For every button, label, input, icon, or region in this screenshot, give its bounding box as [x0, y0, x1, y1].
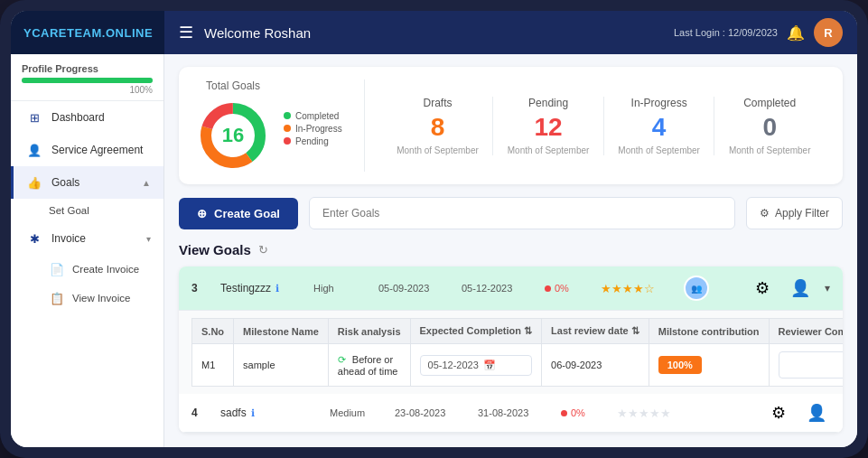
view-invoice-icon: 📋: [49, 290, 65, 306]
create-invoice-icon: 📄: [49, 261, 65, 277]
milestone-contribution: 100%: [649, 344, 769, 387]
drafts-value: 8: [392, 113, 484, 142]
legend-inprogress: In-Progress: [284, 124, 342, 134]
goal-priority: Medium: [330, 407, 384, 418]
goals-table: 3 Testingzzz ℹ High 05-09-2023 05-12-202…: [179, 266, 843, 433]
pending-label: Pending: [295, 136, 329, 146]
nav-right: Last Login : 12/09/2023 🔔 R: [674, 18, 843, 47]
goal-progress: 0%: [561, 407, 606, 418]
view-goals-header: View Goals ↻: [179, 242, 843, 257]
goal-name: sadfs ℹ: [220, 407, 319, 419]
donut-chart: 16: [197, 99, 269, 172]
completed-value: 0: [723, 113, 816, 142]
donut-legend: Completed In-Progress Pending: [284, 111, 342, 146]
milestone-row: M1 sample ⟳ Before orahead of time 05-12…: [192, 344, 844, 387]
inprogress-sub: Month of September: [613, 145, 705, 155]
stat-drafts: Drafts 8 Month of September: [383, 97, 494, 155]
apply-filter-label: Apply Filter: [775, 207, 829, 220]
milestone-last-review: 06-09-2023: [542, 344, 649, 387]
content-area: Total Goals: [164, 54, 857, 447]
col-expected: Expected Completion ⇅: [410, 319, 542, 344]
refresh-icon[interactable]: ↻: [258, 243, 268, 257]
service-agreement-icon: 👤: [26, 142, 42, 158]
goal-settings-icon[interactable]: ⚙: [765, 403, 792, 423]
sidebar-item-goals[interactable]: 👍 Goals ▲: [11, 166, 163, 199]
app-container: YCARETEAM.ONLINE ☰ Welcome Roshan Last L…: [11, 11, 857, 447]
bell-icon[interactable]: 🔔: [787, 24, 805, 42]
sidebar-item-set-goal[interactable]: Set Goal: [11, 199, 163, 222]
welcome-text: Welcome Roshan: [204, 25, 311, 41]
nav-main: ☰ Welcome Roshan Last Login : 12/09/2023…: [164, 11, 857, 54]
sidebar-item-label: Goals: [51, 176, 133, 189]
total-goals-label: Total Goals: [206, 79, 260, 92]
calendar-icon: 📅: [483, 360, 496, 371]
profile-progress-section: Profile Progress 100%: [11, 54, 163, 101]
milestone-table: S.No Milestone Name Risk analysis Expect…: [191, 318, 843, 387]
goal-end-date: 05-12-2023: [462, 283, 534, 294]
milestone-comments: ✎: [769, 344, 843, 387]
logo-text: YCARETEAM.ONLINE: [23, 26, 153, 40]
goal-user-icon[interactable]: 👤: [787, 278, 814, 298]
milestone-expected: 05-12-2023 📅: [410, 344, 542, 387]
action-row: ⊕ Create Goal ⚙ Apply Filter: [179, 197, 843, 229]
table-row: 3 Testingzzz ℹ High 05-09-2023 05-12-202…: [179, 266, 843, 311]
goal-settings-icon[interactable]: ⚙: [749, 278, 776, 298]
sidebar-item-service-agreement[interactable]: 👤 Service Agreement: [11, 134, 163, 166]
sidebar-item-create-invoice[interactable]: 📄 Create Invoice: [11, 255, 163, 284]
main-layout: Profile Progress 100% ⊞ Dashboard 👤 Serv…: [11, 54, 857, 447]
col-last-review: Last review date ⇅: [542, 319, 649, 344]
goal-end-date: 31-08-2023: [478, 407, 550, 418]
pending-sub: Month of September: [502, 145, 594, 155]
goal-stars: ★★★★☆: [601, 282, 673, 295]
avatar: R: [814, 18, 843, 47]
col-contribution: Milstone contribution: [649, 319, 769, 344]
drafts-label: Drafts: [392, 97, 484, 109]
completed-sub: Month of September: [723, 145, 816, 155]
hamburger-icon[interactable]: ☰: [179, 23, 193, 42]
progress-bar-inner: [22, 78, 153, 83]
sidebar-item-view-invoice[interactable]: 📋 View Invoice: [11, 284, 163, 313]
milestone-risk: ⟳ Before orahead of time: [328, 344, 410, 387]
inprogress-value: 4: [613, 113, 705, 142]
avatar-1: 👥: [684, 276, 709, 301]
risk-icon: ⟳: [338, 354, 346, 365]
stat-pending: Pending 12 Month of September: [493, 97, 604, 155]
sidebar-item-label: Service Agreement: [51, 144, 151, 156]
goal-start-date: 23-08-2023: [395, 407, 467, 418]
sidebar-item-invoice[interactable]: ✱ Invoice ▾: [11, 222, 163, 255]
goals-icon: 👍: [26, 174, 42, 191]
enter-goals-input[interactable]: [309, 197, 735, 229]
progress-dot: [561, 410, 567, 416]
completed-dot: [284, 112, 291, 119]
expected-date-field[interactable]: 05-12-2023 📅: [420, 355, 533, 376]
goal-number: 3: [191, 282, 210, 294]
inprogress-dot: [284, 125, 291, 132]
col-sno: S.No: [192, 319, 234, 344]
view-invoice-label: View Invoice: [72, 293, 130, 304]
expected-date-value: 05-12-2023: [428, 360, 479, 370]
last-login-label: Last Login : 12/09/2023: [674, 27, 778, 38]
goal-stars: ★★★★★: [617, 407, 689, 420]
pending-value: 12: [502, 113, 594, 142]
total-goals-section: Total Goals: [197, 79, 365, 172]
goal-priority: High: [313, 283, 368, 294]
stat-inprogress: In-Progress 4 Month of September: [604, 97, 715, 155]
dashboard-icon: ⊞: [26, 109, 42, 126]
inprogress-stat-label: In-Progress: [613, 97, 705, 109]
top-nav: YCARETEAM.ONLINE ☰ Welcome Roshan Last L…: [11, 11, 857, 54]
col-comments: Reviewer Comments: [769, 319, 843, 344]
info-icon: ℹ: [275, 283, 279, 294]
goal-user-icon[interactable]: 👤: [803, 403, 830, 423]
comment-field[interactable]: ✎: [779, 351, 843, 379]
sidebar-item-dashboard[interactable]: ⊞ Dashboard: [11, 101, 163, 134]
sidebar-item-label: Invoice: [51, 232, 137, 245]
legend-completed: Completed: [284, 111, 342, 121]
apply-filter-button[interactable]: ⚙ Apply Filter: [746, 197, 843, 229]
invoice-chevron-icon: ▾: [146, 234, 151, 244]
create-goal-button[interactable]: ⊕ Create Goal: [179, 198, 298, 229]
filter-icon: ⚙: [760, 207, 770, 220]
stats-row: Total Goals: [179, 67, 843, 184]
milestone-sno: M1: [192, 344, 234, 387]
goal-expand-button[interactable]: ▾: [825, 282, 830, 294]
goal-avatars: 👥: [684, 276, 738, 301]
